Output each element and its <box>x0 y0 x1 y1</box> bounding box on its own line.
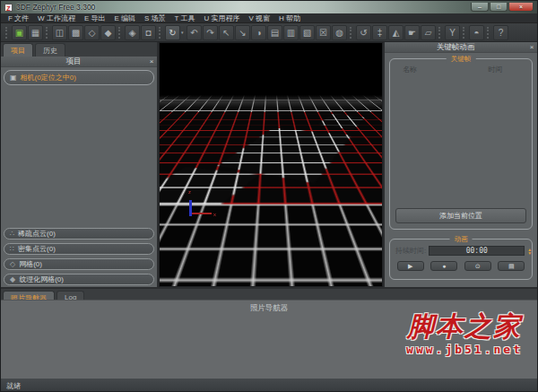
toolbar-grip <box>5 27 9 39</box>
axis-gizmo: z x <box>181 189 221 222</box>
save-project-icon[interactable]: ▦ <box>28 25 43 40</box>
select-all-icon[interactable]: ▤ <box>267 25 282 40</box>
spinner-down-icon[interactable]: ▼ <box>527 251 532 255</box>
tab-project[interactable]: 项目 <box>3 43 33 57</box>
menu-file[interactable]: F 文件 <box>8 13 29 23</box>
menu-scene[interactable]: S 场景 <box>144 13 166 23</box>
textured-mesh-section[interactable]: ◆ 纹理化网格(0) <box>4 274 154 285</box>
chevron-down-icon[interactable]: ▾ <box>181 30 186 35</box>
mask-icon[interactable]: ◓ <box>469 25 484 40</box>
animation-group-label: 动画 <box>450 235 473 244</box>
keyframe-list[interactable] <box>390 76 532 205</box>
zoom-fit-icon[interactable]: ↘ <box>235 25 250 40</box>
invert-selection-icon[interactable]: ▧ <box>299 25 315 40</box>
bottom-tab-bar: 照片导航器 Log <box>1 287 537 300</box>
toolbar-separator <box>463 27 466 39</box>
keyframe-group: 关键帧 名称 时间 添加当前位置 <box>389 58 533 230</box>
viewport-scene <box>160 43 382 286</box>
column-header-name: 名称 <box>403 65 468 74</box>
duration-input[interactable] <box>429 246 525 256</box>
textured-mesh-section-icon: ◆ <box>10 275 15 283</box>
animation-group: 动画 持续时间: ▲ ▼ ▶ ● ⊙ ▤ <box>389 239 533 280</box>
undo-icon[interactable]: ↶ <box>187 25 202 40</box>
dense-cloud-section[interactable]: ∷ 密集点云(0) <box>4 243 154 255</box>
dense-cloud-icon: ∷ <box>10 245 14 253</box>
keyframe-animation-panel: 关键帧动画 × 关键帧 名称 时间 添加当前位置 动画 持续时间: ▲ <box>383 42 537 287</box>
tab-photo-navigator[interactable]: 照片导航器 <box>3 291 55 300</box>
add-current-position-button[interactable]: 添加当前位置 <box>395 208 526 223</box>
triangle-tool-icon[interactable]: ◭ <box>388 25 404 40</box>
cameras-item-label: 相机(0定位之中0) <box>21 73 76 83</box>
toolbar-separator <box>438 27 442 39</box>
app-logo-icon: Z <box>4 4 13 12</box>
menu-utilities[interactable]: U 实用程序 <box>204 13 240 23</box>
wrench-tool-icon[interactable]: Y <box>445 25 460 40</box>
contrast-icon[interactable]: ◑ <box>251 25 266 40</box>
menu-tools[interactable]: T 工具 <box>175 13 195 23</box>
zoom-selection-icon[interactable]: ↖ <box>219 25 234 40</box>
select-rectangle-icon[interactable]: ◫ <box>52 25 67 40</box>
deselect-icon[interactable]: ▥ <box>283 25 299 40</box>
3d-viewport[interactable]: z x <box>159 42 383 287</box>
keyframe-group-label: 关键帧 <box>447 55 476 64</box>
x-axis <box>192 213 212 214</box>
redo-icon[interactable]: ↷ <box>203 25 218 40</box>
close-icon[interactable]: × <box>526 43 537 51</box>
tab-log[interactable]: Log <box>56 291 84 300</box>
ruler-icon[interactable]: ▱ <box>421 25 436 40</box>
hand-tool-icon[interactable]: ☛ <box>404 25 420 40</box>
new-project-icon[interactable]: ▣ <box>12 25 27 40</box>
menu-workflow[interactable]: W 工作流程 <box>38 13 75 23</box>
project-tree-empty-area <box>1 88 157 226</box>
app-window: Z 3DF Zephyr Free 3.300 – □ × F 文件 W 工作流… <box>0 0 538 392</box>
sparse-cloud-icon: ∴ <box>10 230 14 238</box>
keyframe-panel-title: 关键帧动画 <box>385 42 526 53</box>
menu-view[interactable]: V 视窗 <box>249 13 271 23</box>
close-icon[interactable]: × <box>146 57 157 65</box>
watermark-title: 脚本之家 <box>406 311 523 341</box>
toolbar: ▣ ▦ ◫ ▩ ◇ ◆ ◈ ◘ ↻ ▾ ↶ ↷ ↖ ↘ ◑ ▤ ▥ ▧ ☒ ◍ … <box>1 23 537 42</box>
orbit-icon[interactable]: ↺ <box>356 25 371 40</box>
duration-stepper[interactable]: ▲ ▼ <box>527 248 532 255</box>
play-button[interactable]: ▶ <box>397 261 424 271</box>
mesh-icon[interactable]: ◆ <box>100 25 116 40</box>
toolbar-separator <box>487 27 490 39</box>
window-title: 3DF Zephyr Free 3.300 <box>16 3 95 12</box>
menu-edit[interactable]: E 编辑 <box>114 13 135 23</box>
filter-selection-icon[interactable]: ◍ <box>332 25 347 40</box>
help-icon[interactable]: ? <box>493 25 508 40</box>
toolbar-separator <box>118 27 122 39</box>
duration-label: 持续时间: <box>395 246 426 256</box>
close-button[interactable]: × <box>508 3 534 12</box>
mesh-section-icon: ◇ <box>10 260 15 268</box>
column-header-time: 时间 <box>468 65 523 74</box>
camera-icon[interactable]: ◘ <box>141 25 156 40</box>
sparse-cloud-section[interactable]: ∴ 稀疏点云(0) <box>4 228 154 240</box>
record-button[interactable]: ● <box>430 261 457 271</box>
horizon-fog <box>160 88 382 113</box>
axis-x-label: x <box>213 212 216 217</box>
menu-export[interactable]: E 导出 <box>84 13 106 23</box>
dense-point-cloud-icon[interactable]: ◇ <box>84 25 100 40</box>
loop-view-icon[interactable]: ↻ <box>165 25 180 40</box>
status-text: 就绪 <box>6 381 21 391</box>
maximize-button[interactable]: □ <box>490 3 508 12</box>
status-bar: 就绪 <box>1 379 537 392</box>
tab-history[interactable]: 历史 <box>35 43 65 57</box>
watermark-url: www.jb51.net <box>406 343 523 356</box>
save-animation-button[interactable]: ▤ <box>498 261 525 271</box>
cameras-item[interactable]: ▣ 相机(0定位之中0) <box>4 70 154 85</box>
menu-help[interactable]: H 帮助 <box>279 13 300 23</box>
textured-mesh-icon[interactable]: ◈ <box>125 25 140 40</box>
stop-button[interactable]: ⊙ <box>464 261 491 271</box>
toolbar-separator <box>350 27 353 39</box>
sparse-point-cloud-icon[interactable]: ▩ <box>68 25 83 40</box>
watermark: 脚本之家 www.jb51.net <box>406 311 523 356</box>
mesh-section[interactable]: ◇ 网格(0) <box>4 258 154 270</box>
textured-mesh-section-label: 纹理化网格(0) <box>19 274 64 284</box>
delete-selection-icon[interactable]: ☒ <box>316 25 331 40</box>
minimize-button[interactable]: – <box>471 3 489 12</box>
sparse-cloud-label: 稀疏点云(0) <box>18 229 56 239</box>
toolbar-separator <box>46 27 49 39</box>
measure-icon[interactable]: ‡ <box>372 25 387 40</box>
